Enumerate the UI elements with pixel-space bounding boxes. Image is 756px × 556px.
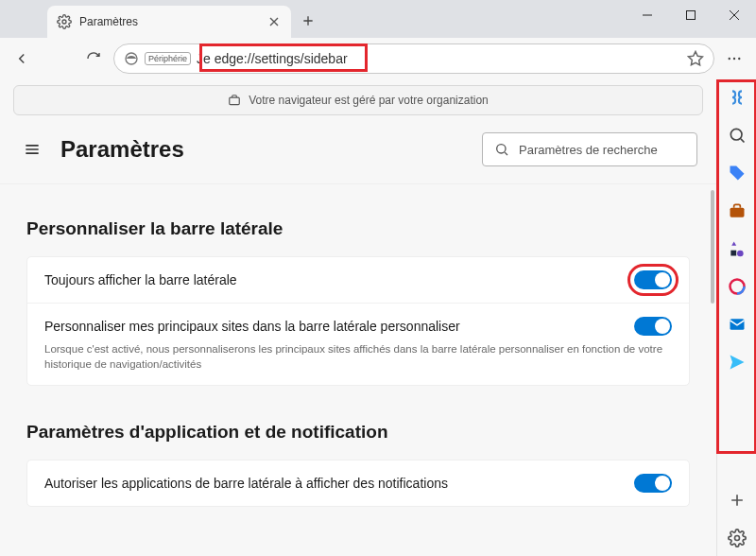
drop-send-icon[interactable] <box>725 350 749 374</box>
svg-point-4 <box>733 57 735 59</box>
svg-rect-10 <box>730 251 736 256</box>
svg-rect-6 <box>230 97 240 105</box>
url-text[interactable]: Je edge://settings/sidebar <box>197 51 681 66</box>
add-sidebar-button[interactable] <box>725 488 749 513</box>
svg-rect-9 <box>730 208 744 217</box>
favorite-star-icon[interactable] <box>687 50 704 67</box>
svg-point-14 <box>734 536 739 541</box>
menu-button[interactable] <box>19 136 45 163</box>
svg-point-0 <box>62 20 66 24</box>
content-column: Votre navigateur est géré par votre orga… <box>0 79 716 556</box>
setting-always-show-sidebar: Toujours afficher la barre latérale <box>27 257 689 304</box>
setting-label: Personnaliser mes principaux sites dans … <box>44 319 621 334</box>
tools-icon[interactable] <box>725 199 749 223</box>
toggle-personalize-top-sites[interactable] <box>634 317 672 336</box>
refresh-button[interactable] <box>77 43 110 75</box>
setting-personalize-top-sites: Personnaliser mes principaux sites dans … <box>27 304 689 385</box>
section-title-sidebar: Personnaliser la barre latérale <box>26 218 690 239</box>
edge-icon <box>124 51 139 66</box>
browser-tab[interactable]: Paramètres <box>47 6 291 38</box>
page-title: Paramètres <box>60 136 467 163</box>
svg-point-5 <box>738 57 740 59</box>
window-controls <box>626 0 756 30</box>
setting-group-notifications: Autoriser les applications de barre laté… <box>26 460 690 507</box>
minimize-button[interactable] <box>626 0 669 30</box>
games-icon[interactable] <box>725 236 749 261</box>
search-sidebar-icon[interactable] <box>725 123 749 148</box>
search-placeholder: Paramètres de recherche <box>519 143 658 157</box>
setting-group-sidebar: Toujours afficher la barre latérale Pers… <box>26 256 690 386</box>
close-tab-button[interactable] <box>266 14 282 29</box>
svg-point-8 <box>730 129 742 140</box>
more-button[interactable] <box>718 43 750 75</box>
settings-header: Paramètres Paramètres de recherche <box>0 123 716 183</box>
forward-button[interactable] <box>42 43 74 75</box>
settings-scroll-area[interactable]: Personnaliser la barre latérale Toujours… <box>0 184 716 526</box>
browser-toolbar: Périphérie Je edge://settings/sidebar <box>0 38 756 79</box>
section-title-notifications: Paramètres d'application et de notificat… <box>26 422 690 443</box>
setting-description: Lorsque c'est activé, nous personnaliser… <box>44 341 672 372</box>
window-titlebar: Paramètres <box>0 0 756 38</box>
briefcase-icon <box>228 94 241 107</box>
workspace: Votre navigateur est géré par votre orga… <box>0 79 756 556</box>
search-icon <box>494 142 509 157</box>
outlook-icon[interactable] <box>725 312 749 337</box>
copilot-icon[interactable] <box>725 85 749 110</box>
setting-label: Toujours afficher la barre latérale <box>44 272 621 287</box>
back-button[interactable] <box>6 43 38 75</box>
toggle-allow-notifications[interactable] <box>634 474 672 493</box>
peripheral-badge: Périphérie <box>145 52 191 65</box>
gear-icon <box>57 14 72 29</box>
svg-point-7 <box>497 145 506 153</box>
tab-title: Paramètres <box>79 15 259 28</box>
close-window-button[interactable] <box>713 0 756 30</box>
address-bar[interactable]: Périphérie Je edge://settings/sidebar <box>113 43 714 74</box>
microsoft365-icon[interactable] <box>725 274 749 299</box>
setting-label: Autoriser les applications de barre laté… <box>44 476 621 491</box>
toggle-always-show-sidebar[interactable] <box>634 270 672 289</box>
maximize-button[interactable] <box>669 0 713 30</box>
shopping-tag-icon[interactable] <box>725 161 749 185</box>
svg-rect-1 <box>687 11 696 20</box>
org-banner-text: Votre navigateur est géré par votre orga… <box>249 94 489 107</box>
scrollbar[interactable] <box>711 190 714 304</box>
new-tab-button[interactable] <box>295 8 321 34</box>
edge-sidebar <box>716 79 756 556</box>
org-managed-banner: Votre navigateur est géré par votre orga… <box>13 85 703 115</box>
settings-search[interactable]: Paramètres de recherche <box>482 132 697 166</box>
svg-point-3 <box>729 57 730 59</box>
setting-allow-notifications: Autoriser les applications de barre laté… <box>27 460 689 506</box>
sidebar-settings-icon[interactable] <box>725 526 749 550</box>
